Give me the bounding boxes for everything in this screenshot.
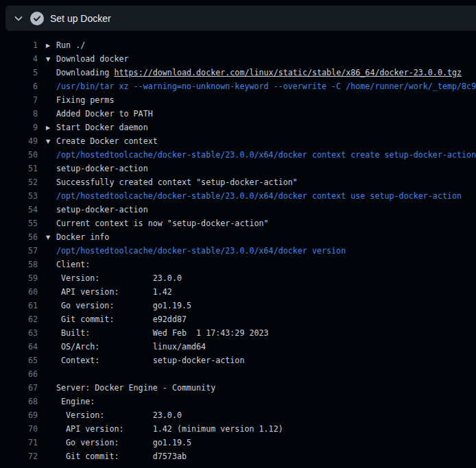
- log-group-row[interactable]: 56▼Docker info: [0, 230, 476, 244]
- chevron-down-icon: [13, 13, 24, 24]
- line-number: 67: [0, 383, 38, 393]
- line-number: 56: [0, 232, 38, 242]
- line-number: 66: [0, 369, 38, 379]
- log-line: 8Added Docker to PATH: [0, 107, 476, 121]
- line-number: 6: [0, 82, 38, 91]
- log-text: Client:: [56, 260, 476, 269]
- gutter-slot: ▶: [38, 123, 56, 132]
- log-text: API version: 1.42: [56, 287, 476, 297]
- log-line: 54setup-docker-action: [0, 203, 476, 217]
- log-text: Git commit: e92dd87: [56, 315, 476, 324]
- log-text: Downloading https://download.docker.com/…: [56, 68, 476, 77]
- log-text: setup-docker-action: [56, 205, 476, 214]
- step-success-icon: [30, 12, 44, 25]
- log-line: 66: [0, 367, 476, 381]
- log-line: 51setup-docker-action: [0, 162, 476, 175]
- line-number: 64: [0, 342, 38, 352]
- line-number: 5: [0, 68, 38, 77]
- log-line: 60 API version: 1.42: [0, 285, 476, 299]
- group-expanded-icon[interactable]: ▼: [46, 56, 50, 62]
- line-number: 49: [0, 136, 38, 146]
- log-line: 6/usr/bin/tar xz --warning=no-unknown-ke…: [0, 79, 476, 93]
- gutter-slot: ▼: [38, 136, 56, 146]
- line-number: 55: [0, 219, 38, 228]
- log-line: 64 OS/Arch: linux/amd64: [0, 340, 476, 354]
- line-number: 63: [0, 328, 38, 338]
- log-line: 62 Git commit: e92dd87: [0, 312, 476, 326]
- line-number: 52: [0, 177, 38, 187]
- group-collapsed-icon[interactable]: ▶: [46, 42, 50, 49]
- log-text: Run ./: [56, 40, 476, 50]
- log-group-row[interactable]: 9▶Start Docker daemon: [0, 121, 476, 134]
- log-line: 52Successfully created context "setup-do…: [0, 175, 476, 189]
- group-collapsed-icon[interactable]: ▶: [46, 125, 50, 131]
- log-line: 70 API version: 1.42 (minimum version 1.…: [0, 422, 476, 436]
- log-line: 50/opt/hostedtoolcache/docker-stable/23.…: [0, 148, 476, 162]
- line-number: 1: [0, 40, 38, 50]
- collapse-step-button[interactable]: [5, 13, 24, 24]
- log-command-text: /opt/hostedtoolcache/docker-stable/23.0.…: [56, 150, 476, 160]
- log-command-text: /usr/bin/tar xz --warning=no-unknown-key…: [56, 82, 476, 91]
- log-command-text: /opt/hostedtoolcache/docker-stable/23.0.…: [56, 246, 476, 256]
- log-text: Git commit: d7573ab: [56, 452, 476, 461]
- log-text: Download docker: [56, 54, 476, 64]
- log-line: 63 Built: Wed Feb 1 17:43:29 2023: [0, 326, 476, 340]
- log-text: Engine:: [56, 397, 476, 406]
- line-number: 70: [0, 424, 38, 434]
- log-text: Added Docker to PATH: [56, 109, 476, 119]
- log-command-text: /opt/hostedtoolcache/docker-stable/23.0.…: [56, 191, 476, 201]
- log-group-row[interactable]: 4▼Download docker: [0, 52, 476, 66]
- log-text: Go version: go1.19.5: [56, 438, 476, 447]
- group-expanded-icon[interactable]: ▼: [46, 234, 50, 241]
- line-number: 8: [0, 109, 38, 119]
- log-line: 65 Context: setup-docker-action: [0, 354, 476, 367]
- log-line: 69 Version: 23.0.0: [0, 408, 476, 422]
- log-line: 57/opt/hostedtoolcache/docker-stable/23.…: [0, 244, 476, 258]
- log-text: Create Docker context: [56, 136, 476, 146]
- log-text: Go version: go1.19.5: [56, 301, 476, 310]
- line-number: 50: [0, 150, 38, 160]
- log-text: OS/Arch: linux/amd64: [56, 342, 476, 352]
- line-number: 62: [0, 315, 38, 324]
- gutter-slot: ▼: [38, 232, 56, 242]
- log-line: 7Fixing perms: [0, 93, 476, 107]
- line-number: 9: [0, 123, 38, 132]
- step-log-viewer: Set up Docker 1▶Run ./4▼Download docker5…: [0, 5, 476, 463]
- line-number: 65: [0, 356, 38, 365]
- log-line: 71 Go version: go1.19.5: [0, 436, 476, 449]
- log-text: Fixing perms: [56, 95, 476, 105]
- group-expanded-icon[interactable]: ▼: [46, 138, 50, 145]
- log-line: 53/opt/hostedtoolcache/docker-stable/23.…: [0, 189, 476, 203]
- line-number: 59: [0, 273, 38, 283]
- line-number: 51: [0, 164, 38, 173]
- gutter-slot: ▶: [38, 40, 56, 50]
- log-text: Successfully created context "setup-dock…: [56, 177, 476, 187]
- log-text: Server: Docker Engine - Community: [56, 383, 476, 393]
- step-header[interactable]: Set up Docker: [5, 5, 476, 31]
- download-url-link[interactable]: https://download.docker.com/linux/static…: [114, 68, 462, 77]
- log-group-row[interactable]: 49▼Create Docker context: [0, 134, 476, 148]
- log-line: 5Downloading https://download.docker.com…: [0, 66, 476, 79]
- log-line: 72 Git commit: d7573ab: [0, 449, 476, 463]
- line-number: 4: [0, 54, 38, 64]
- log-text: setup-docker-action: [56, 164, 476, 173]
- line-number: 60: [0, 287, 38, 297]
- line-number: 69: [0, 410, 38, 420]
- log-text: Current context is now "setup-docker-act…: [56, 219, 476, 228]
- log-group-row[interactable]: 1▶Run ./: [0, 38, 476, 52]
- log-line: 61 Go version: go1.19.5: [0, 299, 476, 312]
- line-number: 68: [0, 397, 38, 406]
- line-number: 72: [0, 452, 38, 461]
- log-text: Context: setup-docker-action: [56, 356, 476, 365]
- line-number: 7: [0, 95, 38, 105]
- log-lines: 1▶Run ./4▼Download docker5Downloading ht…: [0, 31, 476, 463]
- log-line: 58Client:: [0, 258, 476, 271]
- line-number: 57: [0, 246, 38, 256]
- line-number: 54: [0, 205, 38, 214]
- log-text: Version: 23.0.0: [56, 410, 476, 420]
- log-text: Start Docker daemon: [56, 123, 476, 132]
- log-line: 55Current context is now "setup-docker-a…: [0, 217, 476, 230]
- log-text: Docker info: [56, 232, 476, 242]
- line-number: 58: [0, 260, 38, 269]
- gutter-slot: ▼: [38, 54, 56, 64]
